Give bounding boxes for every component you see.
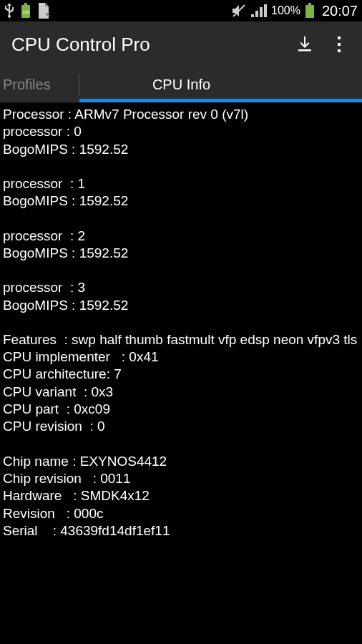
overflow-menu-button[interactable] [322, 27, 356, 62]
usb-icon [4, 3, 14, 19]
svg-rect-8 [338, 43, 341, 46]
signal-icon [251, 4, 267, 17]
battery-icon [305, 3, 315, 19]
clock: 20:07 [322, 3, 358, 19]
svg-rect-9 [338, 49, 341, 52]
battery-status-icon: 100 [20, 3, 31, 19]
cpu-info-line [3, 158, 359, 175]
cpu-info-line: processor : 1 [3, 175, 359, 192]
tab-profiles[interactable]: Profiles [0, 67, 79, 102]
cpu-info-line [3, 210, 359, 228]
cpu-info-line: Serial : 43639fd14df1ef11 [3, 522, 359, 540]
cpu-info-line: CPU architecture: 7 [3, 366, 359, 383]
cpu-info-text: Processor : ARMv7 Processor rev 0 (v7l)p… [0, 103, 362, 542]
status-bar: 100 100% 20:07 [0, 0, 362, 21]
tab-cpu-info[interactable]: CPU Info [79, 67, 362, 102]
mute-icon [231, 4, 247, 18]
cpu-info-line: Features : swp half thumb fastmult vfp e… [3, 331, 359, 348]
cpu-info-line: CPU part : 0xc09 [3, 401, 359, 418]
document-icon [37, 3, 50, 19]
cpu-info-line: CPU variant : 0x3 [3, 384, 359, 401]
cpu-info-line: BogoMIPS : 1592.52 [3, 297, 359, 314]
action-bar: CPU Control Pro [0, 21, 362, 67]
status-left: 100 [4, 3, 50, 19]
svg-rect-1 [24, 3, 27, 5]
status-right: 100% 20:07 [231, 3, 358, 19]
cpu-info-line [3, 262, 359, 279]
cpu-info-line: BogoMIPS : 1592.52 [3, 192, 359, 210]
svg-rect-5 [308, 3, 311, 5]
cpu-info-line [3, 436, 359, 453]
svg-rect-7 [338, 36, 341, 39]
tab-cpu-info-label: CPU Info [152, 77, 210, 93]
tab-profiles-label: Profiles [3, 77, 51, 93]
cpu-info-line: CPU implementer : 0x41 [3, 348, 359, 366]
app-title: CPU Control Pro [11, 34, 288, 56]
cpu-info-line: BogoMIPS : 1592.52 [3, 245, 359, 262]
cpu-info-line: Chip revision : 0011 [3, 470, 359, 487]
cpu-info-line: Revision : 000c [3, 505, 359, 522]
cpu-info-line: processor : 2 [3, 228, 359, 245]
svg-rect-4 [305, 5, 314, 18]
cpu-info-line: processor : 0 [3, 123, 359, 140]
cpu-info-line [3, 314, 359, 331]
cpu-info-line: Processor : ARMv7 Processor rev 0 (v7l) [3, 106, 359, 123]
download-button[interactable] [288, 27, 322, 62]
svg-text:100: 100 [22, 10, 30, 14]
cpu-info-line: Chip name : EXYNOS4412 [3, 453, 359, 470]
cpu-info-line: BogoMIPS : 1592.52 [3, 141, 359, 158]
cpu-info-line: Hardware : SMDK4x12 [3, 487, 359, 504]
svg-rect-6 [298, 49, 311, 52]
cpu-info-line: processor : 3 [3, 279, 359, 296]
battery-percent: 100% [271, 4, 300, 17]
tab-bar: Profiles CPU Info [0, 67, 362, 103]
cpu-info-line: CPU revision : 0 [3, 418, 359, 435]
